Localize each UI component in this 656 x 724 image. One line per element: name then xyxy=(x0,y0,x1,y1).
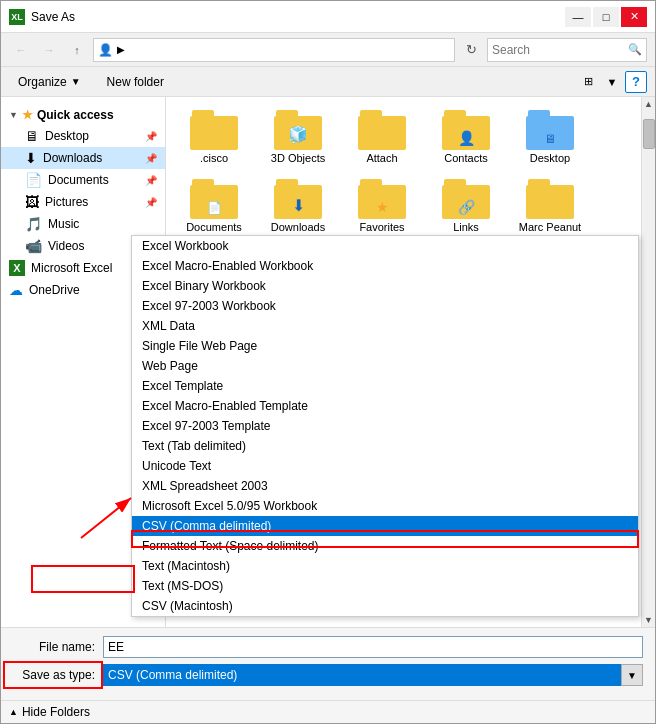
folder-attach-icon xyxy=(358,110,406,150)
vertical-scrollbar[interactable]: ▲ ▼ xyxy=(641,97,655,627)
organize-dropdown-arrow: ▼ xyxy=(71,76,81,87)
window-title: Save As xyxy=(31,10,565,24)
nav-arrow: ▶ xyxy=(117,44,125,55)
quick-access-label: Quick access xyxy=(37,108,114,122)
back-button[interactable]: ← xyxy=(9,38,33,62)
folder-favorites-icon: ★ xyxy=(358,179,406,219)
up-button[interactable]: ↑ xyxy=(65,38,89,62)
file-label-3d-objects: 3D Objects xyxy=(271,152,325,165)
scroll-up-arrow[interactable]: ▲ xyxy=(642,97,655,111)
filename-row: File name: xyxy=(13,636,643,658)
savetype-value: CSV (Comma delimited) xyxy=(108,668,237,682)
forward-button[interactable]: → xyxy=(37,38,61,62)
folder-links-icon: 🔗 xyxy=(442,179,490,219)
scroll-track xyxy=(642,111,655,613)
file-item-3d-objects[interactable]: 🧊 3D Objects xyxy=(258,105,338,170)
dropdown-item-excel-template[interactable]: Excel Template xyxy=(132,376,638,396)
sidebar-item-music[interactable]: 🎵 Music xyxy=(1,213,165,235)
toolbar: Organize ▼ New folder ⊞ ▼ ? xyxy=(1,67,655,97)
music-icon: 🎵 xyxy=(25,216,42,232)
folder-contacts-icon: 👤 xyxy=(442,110,490,150)
dropdown-item-excel-97-template[interactable]: Excel 97-2003 Template xyxy=(132,416,638,436)
file-label-links: Links xyxy=(453,221,479,234)
dropdown-item-csv-mac[interactable]: CSV (Macintosh) xyxy=(132,596,638,616)
refresh-button[interactable]: ↻ xyxy=(459,38,483,62)
documents-icon: 📄 xyxy=(25,172,42,188)
file-label-documents-folder: Documents xyxy=(186,221,242,234)
filename-label: File name: xyxy=(13,640,103,654)
savetype-dropdown: Excel Workbook Excel Macro-Enabled Workb… xyxy=(131,235,639,617)
new-folder-button[interactable]: New folder xyxy=(98,72,173,92)
pin-icon: 📌 xyxy=(145,131,157,142)
dropdown-item-xml-spreadsheet[interactable]: XML Spreadsheet 2003 xyxy=(132,476,638,496)
sidebar-item-documents-label: Documents xyxy=(48,173,109,187)
dropdown-item-single-html[interactable]: Single File Web Page xyxy=(132,336,638,356)
hide-folders-bar[interactable]: ▲ Hide Folders xyxy=(1,700,655,723)
folder-cisco-icon xyxy=(190,110,238,150)
search-bar[interactable]: 🔍 xyxy=(487,38,647,62)
excel-icon: X xyxy=(9,260,25,276)
savetype-row: Save as type: CSV (Comma delimited) ▼ xyxy=(13,664,643,686)
view-toggle-button[interactable]: ⊞ xyxy=(577,71,599,93)
window-controls: — □ ✕ xyxy=(565,7,647,27)
filename-input[interactable] xyxy=(103,636,643,658)
dropdown-item-formatted-text[interactable]: Formatted Text (Space delimited) xyxy=(132,536,638,556)
sidebar-item-desktop[interactable]: 🖥 Desktop 📌 xyxy=(1,125,165,147)
savetype-label-text: Save as type: xyxy=(22,668,95,682)
scroll-thumb[interactable] xyxy=(643,119,655,149)
dropdown-item-xml-data[interactable]: XML Data xyxy=(132,316,638,336)
address-bar[interactable]: 👤 ▶ xyxy=(93,38,455,62)
new-folder-label: New folder xyxy=(107,75,164,89)
folder-marc-peanut-icon xyxy=(526,179,574,219)
scroll-down-arrow[interactable]: ▼ xyxy=(642,613,655,627)
dropdown-item-text-mac[interactable]: Text (Macintosh) xyxy=(132,556,638,576)
dropdown-item-web-page[interactable]: Web Page xyxy=(132,356,638,376)
help-button[interactable]: ? xyxy=(625,71,647,93)
folder-documents-icon: 📄 xyxy=(190,179,238,219)
savetype-display[interactable]: CSV (Comma delimited) xyxy=(103,664,643,686)
close-button[interactable]: ✕ xyxy=(621,7,647,27)
folder-desktop-icon: 🖥 xyxy=(526,110,574,150)
maximize-button[interactable]: □ xyxy=(593,7,619,27)
pin-icon-2: 📌 xyxy=(145,153,157,164)
sidebar-item-onedrive-label: OneDrive xyxy=(29,283,80,297)
desktop-icon: 🖥 xyxy=(25,128,39,144)
file-label-cisco: .cisco xyxy=(200,152,228,165)
app-icon: XL xyxy=(9,9,25,25)
quick-access-header[interactable]: ▼ ★ Quick access xyxy=(1,105,165,125)
organize-button[interactable]: Organize ▼ xyxy=(9,72,90,92)
file-label-attach: Attach xyxy=(366,152,397,165)
dropdown-item-excel-macro[interactable]: Excel Macro-Enabled Workbook xyxy=(132,256,638,276)
view-dropdown-button[interactable]: ▼ xyxy=(601,71,623,93)
sidebar-item-pictures[interactable]: 🖼 Pictures 📌 xyxy=(1,191,165,213)
file-label-downloads-folder: Downloads xyxy=(271,221,325,234)
dropdown-item-excel-binary[interactable]: Excel Binary Workbook xyxy=(132,276,638,296)
dropdown-item-text-tab[interactable]: Text (Tab delimited) xyxy=(132,436,638,456)
file-item-cisco[interactable]: .cisco xyxy=(174,105,254,170)
file-item-desktop-folder[interactable]: 🖥 Desktop xyxy=(510,105,590,170)
hide-folders-chevron: ▲ xyxy=(9,707,18,717)
dropdown-item-excel-97[interactable]: Excel 97-2003 Workbook xyxy=(132,296,638,316)
sidebar-item-videos-label: Videos xyxy=(48,239,84,253)
file-item-attach[interactable]: Attach xyxy=(342,105,422,170)
dropdown-item-text-msdos[interactable]: Text (MS-DOS) xyxy=(132,576,638,596)
nav-bar: ← → ↑ 👤 ▶ ↻ 🔍 xyxy=(1,33,655,67)
minimize-button[interactable]: — xyxy=(565,7,591,27)
sidebar-item-documents[interactable]: 📄 Documents 📌 xyxy=(1,169,165,191)
file-item-contacts[interactable]: 👤 Contacts xyxy=(426,105,506,170)
folder-downloads-icon: ⬇ xyxy=(274,179,322,219)
file-label-favorites: Favorites xyxy=(359,221,404,234)
savetype-dropdown-arrow[interactable]: ▼ xyxy=(621,664,643,686)
dropdown-item-unicode-text[interactable]: Unicode Text xyxy=(132,456,638,476)
dropdown-item-ms-excel-595[interactable]: Microsoft Excel 5.0/95 Workbook xyxy=(132,496,638,516)
sidebar-item-excel-label: Microsoft Excel xyxy=(31,261,112,275)
savetype-select-container: CSV (Comma delimited) ▼ xyxy=(103,664,643,686)
dropdown-item-excel-workbook[interactable]: Excel Workbook xyxy=(132,236,638,256)
title-bar: XL Save As — □ ✕ xyxy=(1,1,655,33)
dropdown-item-csv-highlighted[interactable]: CSV (Comma delimited) xyxy=(132,516,638,536)
sidebar-item-downloads[interactable]: ⬇ Downloads 📌 xyxy=(1,147,165,169)
savetype-label: Save as type: xyxy=(13,668,103,682)
save-as-dialog: XL Save As — □ ✕ ← → ↑ 👤 ▶ ↻ 🔍 Organize … xyxy=(0,0,656,724)
dropdown-item-excel-macro-template[interactable]: Excel Macro-Enabled Template xyxy=(132,396,638,416)
search-input[interactable] xyxy=(492,43,628,57)
